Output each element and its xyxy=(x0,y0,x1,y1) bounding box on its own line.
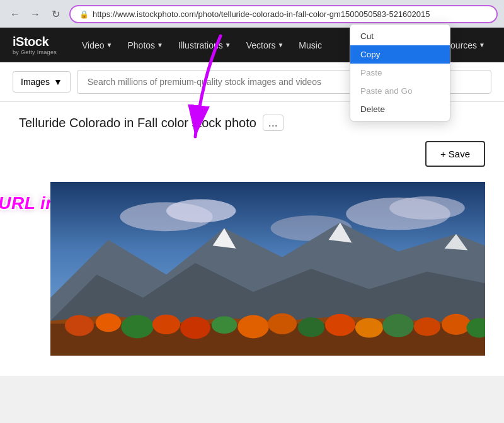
more-options-button[interactable]: ... xyxy=(263,115,284,131)
dropdown-icon: ▼ xyxy=(54,77,62,87)
svg-point-24 xyxy=(355,318,383,337)
svg-point-17 xyxy=(152,315,180,334)
nav-item-vectors[interactable]: Vectors ▼ xyxy=(240,35,290,55)
save-button[interactable]: + Save xyxy=(425,141,485,167)
chevron-down-icon: ▼ xyxy=(106,42,113,48)
content-bottom: Paste the URL into Downloader xyxy=(19,174,485,363)
context-menu-delete[interactable]: Delete xyxy=(350,100,450,118)
logo-sub: by Getty Images xyxy=(13,49,57,55)
svg-point-25 xyxy=(382,314,414,337)
nav-item-illustrations[interactable]: Illustrations ▼ xyxy=(172,35,238,55)
forward-button[interactable]: → xyxy=(26,6,44,23)
nav-item-photos[interactable]: Photos ▼ xyxy=(122,35,170,55)
svg-point-23 xyxy=(325,314,355,336)
nav-buttons: ← → ↻ xyxy=(6,6,64,23)
browser-chrome: ← → ↻ 🔒 https://www.istockphoto.com/phot… xyxy=(0,0,504,28)
reload-button[interactable]: ↻ xyxy=(47,6,64,23)
context-menu: Cut Copy Paste Paste and Go Delete xyxy=(350,24,450,121)
chevron-down-icon: ▼ xyxy=(225,42,231,48)
svg-point-18 xyxy=(180,317,210,339)
svg-point-21 xyxy=(268,313,297,334)
svg-point-3 xyxy=(166,200,236,223)
nav-item-music[interactable]: Music xyxy=(292,35,328,55)
context-menu-cut[interactable]: Cut xyxy=(350,27,450,45)
svg-point-19 xyxy=(212,316,237,334)
images-label: Images xyxy=(21,77,50,87)
lock-icon: 🔒 xyxy=(79,10,89,19)
svg-point-6 xyxy=(389,196,465,220)
nav-item-video[interactable]: Video ▼ xyxy=(76,35,118,55)
svg-point-27 xyxy=(442,314,471,335)
chevron-down-icon: ▼ xyxy=(157,42,163,48)
chevron-down-icon: ▼ xyxy=(277,42,284,48)
back-button[interactable]: ← xyxy=(6,6,24,23)
svg-point-26 xyxy=(414,317,440,336)
address-bar[interactable]: 🔒 https://www.istockphoto.com/photo/tell… xyxy=(69,5,498,23)
logo-name: iStock xyxy=(13,35,57,49)
photo-container xyxy=(50,174,485,363)
url-text: https://www.istockphoto.com/photo/tellur… xyxy=(93,9,488,19)
context-menu-paste-and-go[interactable]: Paste and Go xyxy=(350,82,450,100)
chevron-down-icon: ▼ xyxy=(479,42,485,48)
photo-actions: + Save xyxy=(19,141,485,167)
images-dropdown[interactable]: Images ▼ xyxy=(13,71,71,93)
context-menu-paste[interactable]: Paste xyxy=(350,64,450,82)
svg-point-22 xyxy=(298,317,324,337)
content-area: Telluride Colorado in Fall color stock p… xyxy=(0,102,504,376)
context-menu-copy[interactable]: Copy xyxy=(350,45,450,64)
mountain-photo xyxy=(50,174,485,363)
svg-point-15 xyxy=(96,313,121,332)
svg-point-14 xyxy=(65,315,94,336)
svg-point-20 xyxy=(238,315,269,339)
logo: iStock by Getty Images xyxy=(13,35,57,55)
photo-title: Telluride Colorado in Fall color stock p… xyxy=(19,116,256,130)
svg-point-16 xyxy=(121,315,154,339)
